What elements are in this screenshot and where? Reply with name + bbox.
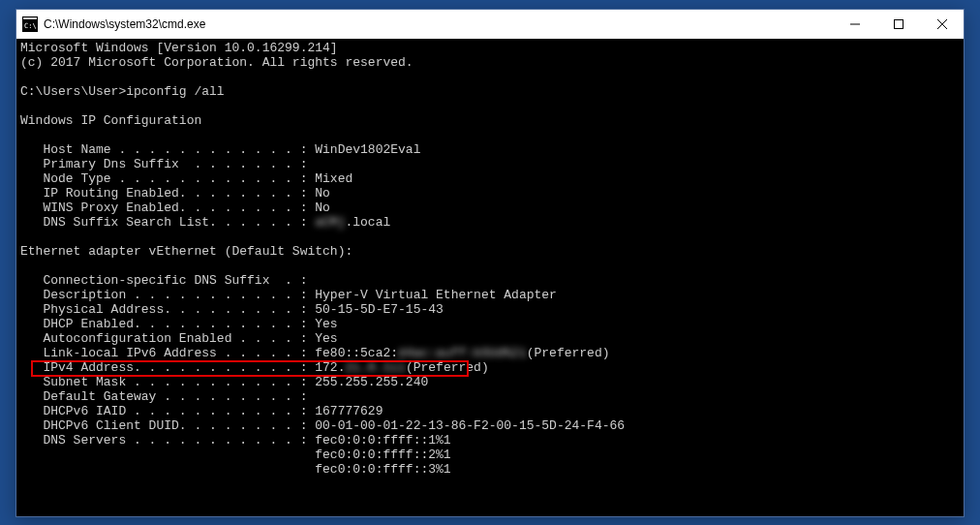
cmd-icon: C:\ [22,16,38,32]
primary-dns-line: Primary Dns Suffix . . . . . . . : [20,157,307,171]
physical-address-line: Physical Address. . . . . . . . . : 50-1… [20,302,444,317]
minimize-button[interactable] [833,10,876,39]
ipv6-line: Link-local IPv6 Address . . . . . : fe80… [20,346,610,360]
description-line: Description . . . . . . . . . . . : Hype… [20,288,557,302]
svg-rect-4 [894,19,903,28]
line-copyright: (c) 2017 Microsoft Corporation. All righ… [20,55,413,70]
titlebar: C:\ C:\Windows\system32\cmd.exe [16,10,964,39]
subnet-line: Subnet Mask . . . . . . . . . . . : 255.… [20,375,428,389]
ip-routing-line: IP Routing Enabled. . . . . . . . : No [20,186,330,201]
dhcp-line: DHCP Enabled. . . . . . . . . . . : Yes [20,317,338,331]
host-name-line: Host Name . . . . . . . . . . . . : WinD… [20,142,420,157]
window-controls [833,10,964,39]
dns-suffix-line: DNS Suffix Search List. . . . . . : aCMj… [20,215,390,230]
gateway-line: Default Gateway . . . . . . . . . : [20,389,307,404]
node-type-line: Node Type . . . . . . . . . . . . : Mixe… [20,171,352,186]
window-title: C:\Windows\system32\cmd.exe [44,17,833,31]
svg-rect-1 [23,17,37,19]
prompt-line: C:\Users\User>ipconfig /all [20,84,225,99]
wins-proxy-line: WINS Proxy Enabled. . . . . . . . : No [20,201,330,215]
close-button[interactable] [920,10,964,39]
terminal-output[interactable]: Microsoft Windows [Version 10.0.16299.21… [16,39,964,516]
dns-servers-line-3: fec0:0:0:ffff::3%1 [20,462,451,477]
svg-text:C:\: C:\ [24,22,37,30]
duid-line: DHCPv6 Client DUID. . . . . . . . : 00-0… [20,418,625,433]
dns-servers-line: DNS Servers . . . . . . . . . . . : fec0… [20,433,451,448]
maximize-button[interactable] [876,10,920,39]
ipv4-line: IPv4 Address. . . . . . . . . . . : 172.… [20,360,489,375]
line-version: Microsoft Windows [Version 10.0.16299.21… [20,41,338,55]
autoconfig-line: Autoconfiguration Enabled . . . . : Yes [20,331,338,346]
iaid-line: DHCPv6 IAID . . . . . . . . . . . : 1677… [20,404,383,418]
cmd-window: C:\ C:\Windows\system32\cmd.exe Microsof… [15,9,965,517]
conn-suffix-line: Connection-specific DNS Suffix . : [20,273,307,288]
dns-servers-line-2: fec0:0:0:ffff::2%1 [20,448,451,462]
ip-config-heading: Windows IP Configuration [20,113,201,128]
adapter-heading: Ethernet adapter vEthernet (Default Swit… [20,244,352,259]
